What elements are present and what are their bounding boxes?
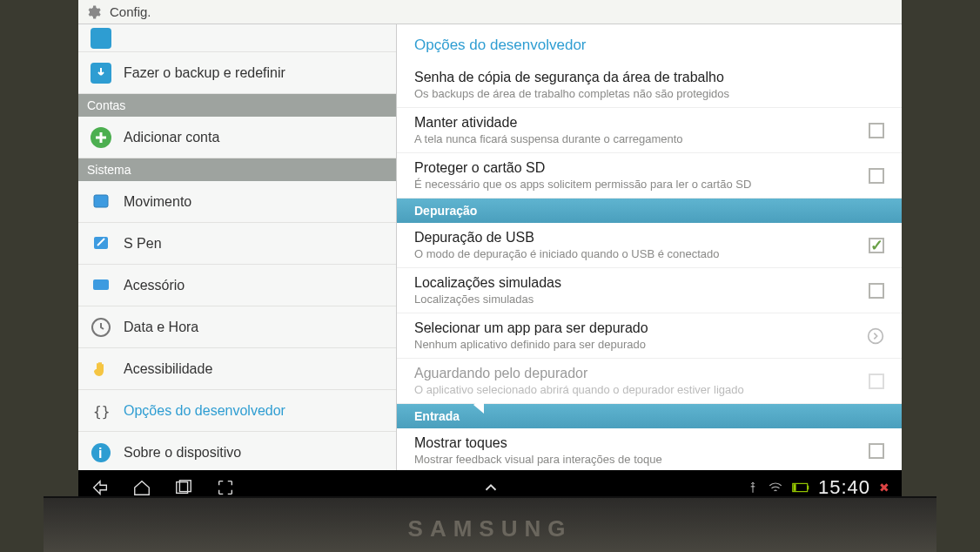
battery-icon — [792, 481, 809, 494]
setting-title: Senha de cópia de segurança da área de t… — [414, 70, 884, 85]
backup-icon — [91, 63, 111, 84]
checkbox[interactable] — [869, 238, 884, 253]
hand-icon — [91, 359, 111, 380]
usb-icon — [747, 480, 759, 495]
page-title: Config. — [110, 4, 151, 19]
sidebar-item-datahora[interactable]: Data e Hora — [78, 306, 396, 348]
svg-rect-15 — [808, 486, 809, 490]
clock-icon — [91, 317, 111, 338]
checkbox[interactable] — [869, 168, 884, 184]
setting-title: Localizações simuladas — [414, 275, 860, 291]
cloud-icon — [91, 28, 111, 49]
checkbox — [869, 374, 884, 389]
sidebar-item-label: Opções do desenvolvedor — [124, 403, 285, 419]
spen-icon — [91, 233, 111, 254]
gear-icon — [87, 4, 103, 20]
sidebar-item-movimento[interactable]: Movimento — [78, 181, 396, 223]
setting-title: Aguardando pelo depurador — [414, 366, 860, 381]
sidebar-item-add-account[interactable]: Adicionar conta — [78, 117, 396, 158]
sidebar-item-label: S Pen — [124, 236, 162, 252]
row-keep-activity[interactable]: Manter atividade A tela nunca ficará sus… — [397, 108, 902, 153]
sidebar-item-acessibilidade[interactable]: Acessibilidade — [78, 348, 396, 390]
motion-icon — [91, 192, 111, 212]
sidebar-section-contas: Contas — [78, 94, 396, 117]
setting-title: Proteger o cartão SD — [414, 160, 860, 176]
sidebar-item-spen[interactable]: S Pen — [78, 223, 396, 265]
row-protect-sd[interactable]: Proteger o cartão SD É necessário que os… — [397, 153, 902, 199]
recent-icon[interactable] — [174, 478, 193, 497]
checkbox[interactable] — [869, 283, 884, 299]
device-brand: SAMSUNG — [44, 515, 936, 542]
setting-subtitle: Nenhum aplicativo definido para ser depu… — [414, 338, 858, 351]
info-icon: i — [91, 442, 111, 463]
braces-icon: {} — [91, 401, 111, 421]
chevron-up-icon[interactable] — [481, 478, 500, 497]
sidebar-item-label: Sobre o dispositivo — [124, 445, 241, 461]
home-icon[interactable] — [132, 478, 151, 497]
setting-title: Manter atividade — [414, 115, 860, 131]
device-bezel: SAMSUNG — [44, 496, 936, 552]
sidebar-item-acessorio[interactable]: Acessório — [78, 265, 396, 306]
sidebar-item-about[interactable]: i Sobre o dispositivo — [78, 432, 396, 470]
main-panel: Opções do desenvolvedor Senha de cópia d… — [397, 24, 902, 470]
checkbox[interactable] — [869, 443, 884, 459]
row-mock-locations[interactable]: Localizações simuladas Localizações simu… — [397, 268, 902, 313]
sidebar-item-label: Acessório — [124, 278, 185, 293]
svg-rect-16 — [793, 484, 795, 491]
row-backup-password[interactable]: Senha de cópia de segurança da área de t… — [397, 63, 902, 108]
close-indicator-icon: ✖ — [879, 481, 889, 495]
main-header: Opções do desenvolvedor — [397, 24, 902, 63]
action-bar: Config. — [78, 0, 902, 24]
sidebar-item-label: Fazer o backup e redefinir — [124, 65, 285, 81]
selection-notch-icon — [473, 396, 484, 414]
sidebar-item-label: Acessibilidade — [124, 361, 212, 377]
sidebar-item-backup[interactable]: Fazer o backup e redefinir — [78, 52, 396, 94]
setting-title: Mostrar toques — [414, 435, 860, 451]
svg-point-11 — [869, 328, 883, 343]
screenshot-icon[interactable] — [216, 478, 235, 497]
row-wait-debugger: Aguardando pelo depurador O aplicativo s… — [397, 359, 902, 404]
row-usb-debug[interactable]: Depuração de USB O modo de depuração é i… — [397, 223, 902, 268]
checkbox[interactable] — [869, 123, 884, 138]
setting-subtitle: O aplicativo selecionado abrirá quando o… — [414, 383, 860, 396]
svg-rect-4 — [94, 195, 108, 207]
sidebar: Fazer o backup e redefinir Contas Adicio… — [78, 24, 397, 470]
sidebar-section-sistema: Sistema — [78, 158, 396, 181]
setting-subtitle: Mostrar feedback visual para interações … — [414, 453, 860, 466]
svg-text:{}: {} — [93, 403, 110, 420]
wifi-icon — [768, 480, 783, 495]
svg-rect-1 — [91, 28, 111, 49]
sidebar-item-developer[interactable]: {} Opções do desenvolvedor — [78, 390, 396, 432]
svg-rect-6 — [93, 279, 109, 290]
sidebar-item-label: Data e Hora — [124, 320, 198, 335]
sidebar-item-partial[interactable] — [78, 24, 396, 52]
setting-title: Depuração de USB — [414, 230, 860, 246]
chevron-right-icon — [867, 327, 884, 345]
setting-subtitle: A tela nunca ficará suspensa durante o c… — [414, 132, 860, 145]
accessory-icon — [91, 275, 111, 296]
row-select-debug-app[interactable]: Selecionar um app para ser depurado Nenh… — [397, 313, 902, 359]
sidebar-item-label: Adicionar conta — [124, 130, 219, 145]
row-show-touches[interactable]: Mostrar toques Mostrar feedback visual p… — [397, 428, 902, 470]
setting-subtitle: Localizações simuladas — [414, 293, 860, 306]
section-input: Entrada — [397, 404, 902, 428]
back-icon[interactable] — [91, 478, 110, 497]
setting-title: Selecionar um app para ser depurado — [414, 320, 858, 336]
setting-subtitle: O modo de depuração é iniciado quando o … — [414, 247, 860, 260]
svg-text:i: i — [98, 446, 102, 461]
add-icon — [91, 127, 111, 148]
setting-subtitle: Os backups de área de trabalho completas… — [414, 87, 884, 100]
sidebar-item-label: Movimento — [124, 194, 191, 210]
section-debug: Depuração — [397, 199, 902, 223]
setting-subtitle: É necessário que os apps solicitem permi… — [414, 178, 860, 191]
